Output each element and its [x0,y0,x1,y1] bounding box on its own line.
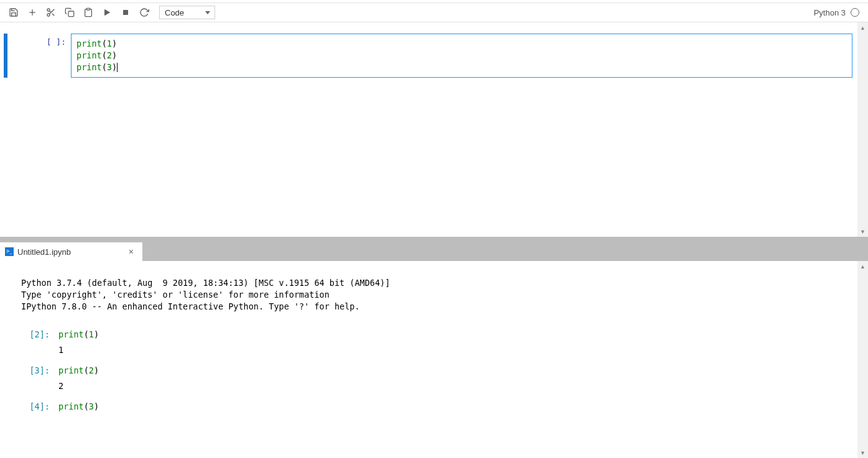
svg-point-2 [47,9,50,11]
svg-rect-8 [86,8,90,10]
console-banner: Python 3.7.4 (default, Aug 9 2019, 18:34… [21,277,849,313]
cell-type-select[interactable]: Code [159,6,215,19]
console-tab-label: Untitled1.ipynb [17,247,126,257]
console-scrollbar[interactable]: ▲ ▼ [857,261,868,458]
svg-line-6 [49,11,51,12]
console-code: print(2) [58,365,99,377]
scroll-down-icon[interactable]: ▼ [857,226,868,237]
save-button[interactable] [5,5,22,20]
console-output: 1 [21,344,849,356]
console-tab[interactable]: Untitled1.ipynb × [0,242,143,261]
scroll-up-icon[interactable]: ▲ [857,261,868,272]
svg-rect-7 [68,11,74,17]
console-tab-bar: Untitled1.ipynb × [0,242,868,261]
scroll-down-icon[interactable]: ▼ [857,447,868,458]
console-prompt: [4]: [21,401,58,413]
code-cell[interactable]: [ ]: print(1) print(2) print(3) [4,34,852,78]
cell-prompt: [ ]: [16,34,71,78]
kernel-status-icon[interactable] [851,8,859,17]
console-body[interactable]: Python 3.7.4 (default, Aug 9 2019, 18:34… [0,261,857,458]
cut-button[interactable] [42,5,60,20]
console-entry: [2]: print(1) [21,329,849,341]
close-icon[interactable]: × [126,247,136,257]
cell-editor[interactable]: print(1) print(2) print(3) [71,34,852,78]
paste-button[interactable] [80,5,97,20]
copy-button[interactable] [61,5,78,20]
console-code: print(3) [58,401,99,413]
svg-line-5 [52,14,55,16]
add-cell-button[interactable] [24,5,41,20]
svg-rect-10 [123,10,128,15]
console-entry: [3]: print(2) [21,365,849,377]
console-code: print(1) [58,329,99,341]
svg-marker-9 [104,9,110,16]
svg-point-3 [47,14,50,16]
console-entry: [4]: print(3) [21,401,849,413]
run-button[interactable] [98,5,116,20]
notebook-toolbar: Code Python 3 [0,3,868,22]
stop-button[interactable] [117,5,134,20]
notebook-panel: [ ]: print(1) print(2) print(3) ▲ ▼ [0,22,868,237]
text-cursor [117,63,118,72]
panel-divider[interactable] [0,237,868,242]
restart-button[interactable] [136,5,153,20]
scroll-up-icon[interactable]: ▲ [857,22,868,33]
notebook-scrollbar[interactable]: ▲ ▼ [857,22,868,237]
console-prompt: [2]: [21,329,58,341]
notebook-body[interactable]: [ ]: print(1) print(2) print(3) [0,22,857,237]
console-prompt: [3]: [21,365,58,377]
console-icon [5,247,14,256]
console-output: 2 [21,380,849,392]
cell-active-marker [4,34,7,78]
kernel-name[interactable]: Python 3 [814,8,846,17]
console-panel: Python 3.7.4 (default, Aug 9 2019, 18:34… [0,261,868,458]
